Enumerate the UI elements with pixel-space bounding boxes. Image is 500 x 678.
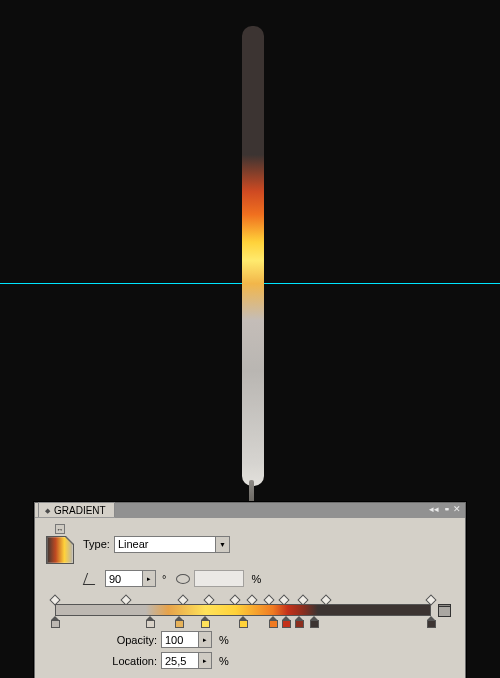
- angle-icon: [83, 573, 99, 585]
- color-stops-track[interactable]: [55, 616, 431, 628]
- opacity-field[interactable]: ▸: [161, 631, 212, 648]
- color-stop[interactable]: [51, 616, 60, 628]
- opacity-unit: %: [219, 634, 229, 646]
- color-stop[interactable]: [282, 616, 291, 628]
- angle-field[interactable]: ▸: [105, 570, 156, 587]
- panel-menu-icon[interactable]: ▪▪: [445, 504, 447, 514]
- aspect-field[interactable]: [194, 570, 244, 587]
- type-row: ↔ Type: ▼: [43, 524, 457, 564]
- color-stop[interactable]: [295, 616, 304, 628]
- location-input[interactable]: [161, 652, 199, 669]
- color-stop[interactable]: [201, 616, 210, 628]
- color-stop[interactable]: [239, 616, 248, 628]
- angle-input[interactable]: [105, 570, 143, 587]
- close-icon[interactable]: ✕: [453, 504, 461, 514]
- angle-row: ▸ ° %: [83, 570, 457, 587]
- panel-tab-bar: GRADIENT ◂◂ ▪▪ ✕: [35, 503, 465, 518]
- gradient-swatch[interactable]: [46, 536, 74, 564]
- type-value[interactable]: [115, 537, 215, 552]
- gradient-editor[interactable]: [43, 595, 457, 629]
- trash-icon[interactable]: [438, 604, 451, 618]
- opacity-row: Opacity: ▸ %: [105, 631, 457, 648]
- aspect-input[interactable]: [194, 570, 244, 587]
- angle-unit: °: [162, 573, 166, 585]
- reverse-gradient-icon[interactable]: ↔: [55, 524, 65, 534]
- location-unit: %: [219, 655, 229, 667]
- gradient-bar[interactable]: [55, 604, 431, 616]
- color-stop[interactable]: [175, 616, 184, 628]
- color-stop[interactable]: [310, 616, 319, 628]
- aspect-ratio-icon: [176, 574, 190, 584]
- aspect-unit: %: [251, 573, 261, 585]
- gradient-panel: GRADIENT ◂◂ ▪▪ ✕ ↔ Type: ▼: [34, 502, 466, 678]
- gradient-swatch-group: ↔: [43, 524, 77, 564]
- location-row: Location: ▸ %: [105, 652, 457, 669]
- tab-gradient[interactable]: GRADIENT: [38, 502, 115, 517]
- collapse-icon[interactable]: ◂◂: [429, 504, 439, 514]
- type-label: Type:: [83, 538, 110, 550]
- flame-shape[interactable]: [242, 26, 264, 486]
- tab-label: GRADIENT: [54, 505, 106, 516]
- opacity-stepper[interactable]: ▸: [199, 631, 212, 648]
- type-dropdown[interactable]: ▼: [114, 536, 230, 553]
- opacity-stops-track[interactable]: [55, 596, 431, 604]
- color-stop[interactable]: [269, 616, 278, 628]
- location-field[interactable]: ▸: [161, 652, 212, 669]
- angle-stepper[interactable]: ▸: [143, 570, 156, 587]
- opacity-input[interactable]: [161, 631, 199, 648]
- flame-gradient-fill: [242, 26, 264, 486]
- color-stop[interactable]: [146, 616, 155, 628]
- color-stop[interactable]: [427, 616, 436, 628]
- opacity-label: Opacity:: [105, 634, 157, 646]
- location-stepper[interactable]: ▸: [199, 652, 212, 669]
- location-label: Location:: [105, 655, 157, 667]
- chevron-down-icon[interactable]: ▼: [215, 537, 229, 552]
